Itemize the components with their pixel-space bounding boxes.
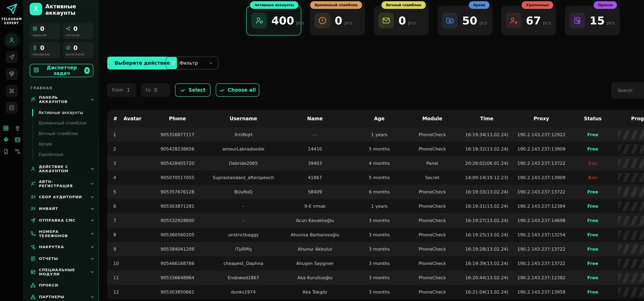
card-unit: pcs bbox=[543, 20, 551, 25]
sidebar-item-boosting[interactable]: НАКРУТКА bbox=[23, 241, 99, 253]
sidebar-subitem-panel-accounts-3[interactable]: Архив bbox=[33, 139, 99, 149]
sidebar-item-panel-accounts[interactable]: ПАНЕЛЬ АККАУНТОВ bbox=[23, 92, 99, 107]
cell-proxy: 190.2.143.237:13722 bbox=[514, 261, 568, 266]
table-row-8[interactable]: 8905360560205unstrictbaggyAhunisa Barbar… bbox=[107, 228, 644, 242]
cell-age: 3 months bbox=[353, 290, 405, 295]
cell-progress bbox=[617, 202, 644, 211]
rail-mini-code[interactable] bbox=[14, 137, 21, 143]
column-header-proxy: Proxy bbox=[514, 116, 568, 121]
rail-button-premium[interactable] bbox=[6, 68, 18, 80]
stat-card-temp-spamblock[interactable]: Временный спамблок0pcs bbox=[310, 1, 365, 35]
table-row-5[interactable]: 5905357676128BUuRoQ584096 monthsPhoneChe… bbox=[107, 185, 644, 199]
rail-button-sending[interactable] bbox=[6, 51, 18, 63]
sidebar-subitem-panel-accounts-4[interactable]: Удаленные bbox=[33, 149, 99, 160]
rail-mini-settings[interactable] bbox=[2, 137, 10, 143]
cell-name: 41867 bbox=[277, 175, 353, 180]
range-bar: from 1 to 0 Select Choose all bbox=[107, 83, 259, 97]
table-row-11[interactable]: 11905336648864Endowed1867Aka Kurutluoğlu… bbox=[107, 271, 644, 285]
table-row-2[interactable]: 2905428238656amourLabradoodle144105 mont… bbox=[107, 142, 644, 156]
stat-value: 0 bbox=[40, 25, 44, 32]
sidebar-item-partners[interactable]: ПАРТНЕРЫ bbox=[23, 291, 99, 301]
sidebar-item-account-action[interactable]: ДЕЙСТВИЕ С АККАУНТОМ bbox=[23, 161, 99, 176]
rail-button-accounts[interactable] bbox=[6, 34, 18, 46]
sidebar-item-label: ОТЧЕТЫ bbox=[39, 257, 58, 261]
table-row-3[interactable]: 3905428405720Debride2065394034 monthsPan… bbox=[107, 156, 644, 170]
task-dispatcher-button[interactable]: Диспетчер задач 0 bbox=[30, 64, 93, 77]
sidebar-subitem-panel-accounts-1[interactable]: Временный спамблок bbox=[33, 118, 99, 128]
cell-proxy: 190.2.143.237:12382 bbox=[514, 275, 568, 280]
stat-card-proxy[interactable]: Прокси15pcs bbox=[565, 1, 620, 35]
stat-chip-заданий: 0заданий bbox=[30, 23, 60, 39]
sidebar-item-invite[interactable]: ИНВАЙТ bbox=[23, 203, 99, 215]
brand-line2: EXPERT bbox=[1, 21, 22, 25]
sidebar-subitem-panel-accounts-2[interactable]: Вечный спамблок bbox=[33, 128, 99, 139]
stat-card-deleted[interactable]: Удаленные67pcs bbox=[501, 1, 556, 35]
table-row-10[interactable]: 10905466168766cheapest_DaphnaAhuşen Sayg… bbox=[107, 256, 644, 271]
cell-name: Acun Kavaklıoğlu bbox=[277, 218, 353, 223]
sidebar-item-phone-numbers[interactable]: НОМЕРА ТЕЛЕФОНОВ bbox=[23, 226, 99, 241]
table-header-row: #AvatarPhoneUsernameNameAgeModuleTimePro… bbox=[107, 110, 644, 128]
cell-status: Free bbox=[568, 132, 617, 137]
sidebar-item-reports[interactable]: ОТЧЕТЫ bbox=[23, 253, 99, 265]
table-row-4[interactable]: 4905070517055Suprastandard_afterspeech41… bbox=[107, 170, 644, 185]
table-row-6[interactable]: 6905303871281-9-E ırmak1 yearsPhoneCheck… bbox=[107, 199, 644, 213]
rail-mini-swap[interactable] bbox=[14, 148, 21, 155]
cell-username: Endowed1867 bbox=[210, 275, 277, 280]
sidebar-item-audience-collection[interactable]: СБОР АУДИТОРИИ bbox=[23, 191, 99, 203]
sidebar: Активные аккаунты 0заданий0потоков0ожида… bbox=[23, 0, 99, 301]
stat-card-perm-spamblock[interactable]: Вечный спамблок0pcs bbox=[374, 1, 429, 35]
sidebar-item-label: ПАРТНЕРЫ bbox=[39, 295, 64, 299]
rail-mini-server[interactable] bbox=[2, 125, 10, 131]
progress-bar bbox=[618, 173, 644, 182]
from-input[interactable]: from 1 bbox=[107, 83, 136, 97]
cell-module: Panel bbox=[405, 161, 459, 166]
card-unit: pcs bbox=[296, 20, 304, 25]
select-button[interactable]: Select bbox=[175, 83, 210, 97]
card-tile bbox=[378, 13, 394, 28]
cell-progress bbox=[617, 159, 644, 168]
cell-status: Free bbox=[568, 189, 617, 194]
cell-module: PhoneCheck bbox=[405, 275, 459, 280]
cell-proxy: 190.2.143.237:13254 bbox=[514, 232, 568, 237]
sidebar-item-special-modules[interactable]: СПЕЦИАЛЬНЫЕ МОДУЛИ bbox=[23, 265, 99, 280]
stat-card-active-accounts[interactable]: Активные аккаунты400pcs bbox=[246, 1, 301, 35]
sidebar-item-proxy[interactable]: ПРОКСИ bbox=[23, 280, 99, 291]
report-icon bbox=[30, 256, 36, 261]
rail-button-database[interactable] bbox=[6, 102, 18, 114]
chevron-down-icon bbox=[90, 218, 95, 223]
sidebar-item-sms-sending[interactable]: ОТПРАВКА СМС bbox=[23, 215, 99, 226]
table-row-9[interactable]: 9905384041208iTpRMqAhunur Akbulut3 month… bbox=[107, 242, 644, 256]
stat-chip-выполнено: 0выполнено bbox=[63, 42, 93, 58]
to-input[interactable]: to 0 bbox=[141, 83, 170, 97]
table-row-7[interactable]: 7905532928600-Acun Kavaklıoğlu3 monthsPh… bbox=[107, 213, 644, 228]
send-icon bbox=[30, 218, 36, 223]
sidebar-subitem-panel-accounts-0[interactable]: Активные аккаунты bbox=[33, 107, 99, 118]
sidebar-item-auto-registration[interactable]: АВТО-РЕГИСТРАЦИЯ bbox=[23, 176, 99, 191]
table-row-12[interactable]: 12905303850661dunks1974Aka Tokgöz3 month… bbox=[107, 285, 644, 299]
filter-button[interactable]: Фильтр bbox=[166, 57, 218, 69]
users-icon bbox=[30, 97, 36, 102]
chevron-down-icon bbox=[90, 195, 95, 199]
sidebar-item-label: ИНВАЙТ bbox=[39, 207, 58, 211]
user-x-icon bbox=[509, 16, 518, 25]
cell-module: PhoneCheck bbox=[405, 232, 459, 237]
filter-label: Фильтр bbox=[180, 60, 198, 66]
card-unit: pcs bbox=[408, 20, 416, 25]
choose-all-button[interactable]: Choose all bbox=[216, 83, 259, 97]
from-label: from bbox=[112, 87, 123, 93]
doc-check-icon bbox=[3, 148, 9, 155]
search-input[interactable] bbox=[611, 82, 644, 99]
rail-button-commands[interactable] bbox=[6, 85, 18, 97]
cell-status: Free bbox=[568, 232, 617, 237]
stat-label: ожидание bbox=[32, 52, 57, 56]
cell-phone: 905070517055 bbox=[145, 175, 210, 180]
status-badge: Free bbox=[587, 232, 598, 237]
cell-username: unstrictbaggy bbox=[210, 232, 277, 237]
cell-name: 9-E ırmak bbox=[277, 204, 353, 209]
stat-card-archive[interactable]: Архив50pcs bbox=[438, 1, 492, 35]
rail-mini-doc-check[interactable] bbox=[2, 148, 10, 155]
rail-mini-webcam[interactable] bbox=[14, 125, 21, 131]
column-header-phone: Phone bbox=[145, 116, 210, 121]
column-header-username: Username bbox=[210, 116, 277, 121]
table-row-1[interactable]: 1905316877117XmlNqH- -1 yearsPhoneCheck1… bbox=[107, 128, 644, 142]
